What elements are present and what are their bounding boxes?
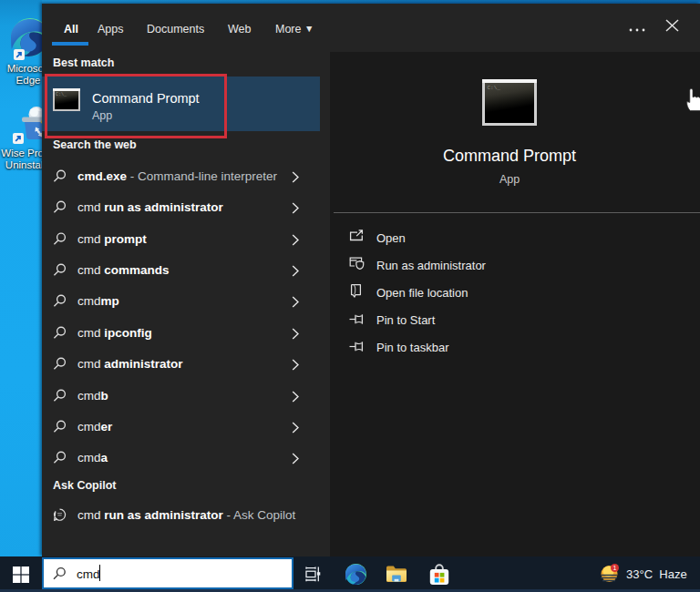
svg-text:1: 1 [613,565,617,571]
